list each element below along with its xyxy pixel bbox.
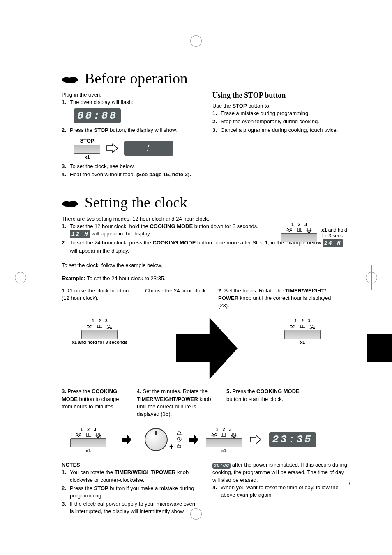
page-number: 7 [348, 480, 351, 486]
cooking-mode-button-graphic: 123 x1 [284, 318, 321, 345]
timer-knob-graphic: – + [139, 428, 182, 451]
combi-icon [231, 433, 237, 438]
step-text: 2. Set the hours. Rotate the TIMER/WEIGH… [218, 287, 333, 310]
step-text: Choose the 24 hour clock. [145, 287, 211, 295]
body-text: Example: To set the 24 hour clock to 23:… [62, 275, 351, 282]
section-heading: Setting the clock [62, 194, 351, 211]
arrow-right-icon [106, 143, 118, 153]
note-item: Press the STOP button if you make a mist… [62, 485, 200, 500]
weight-icon [176, 431, 182, 435]
subsection-heading: Using the STOP button [212, 91, 351, 100]
cooking-mode-button-graphic: 123 [281, 222, 317, 242]
arrow-right-icon [189, 435, 198, 444]
note-item: You can rotate the TIMER/WEIGHT/POWER kn… [62, 469, 200, 484]
step-item: The oven display will flash: [62, 99, 200, 106]
note-item-cont: 88:88 after the power is reinstated. If … [212, 461, 351, 484]
note-item: When you want to reset the time of day, … [212, 484, 351, 499]
pointing-hand-icon [62, 196, 80, 209]
step-item: Press the STOP button, the display will … [62, 127, 200, 134]
arrow-right-icon [122, 435, 131, 444]
grill-icon [300, 324, 305, 329]
cooking-mode-button-graphic: 123 x1 and hold for 3 seconds [72, 318, 128, 345]
body-text: To set the clock, follow the example bel… [62, 262, 351, 269]
arrow-right-icon [145, 374, 268, 380]
note-item: If the electrical power supply to your m… [62, 500, 200, 515]
microwave-icon [211, 433, 217, 438]
step-item: To set the clock, see below. [62, 163, 200, 170]
stop-button-graphic: STOP x1 [74, 138, 100, 159]
list-item: Erase a mistake during programming. [212, 110, 351, 117]
arrow-right-icon [337, 374, 392, 380]
lcd-display-result: 23:35 [269, 432, 316, 447]
pointing-hand-icon [62, 72, 80, 85]
lock-icon [176, 443, 182, 448]
grill-icon [296, 228, 302, 233]
combi-icon [106, 324, 112, 329]
lcd-display: 88:88 [74, 108, 121, 123]
microwave-icon [290, 324, 295, 329]
step-text: 1. Choose the clock function. (12 hour c… [62, 287, 138, 302]
microwave-icon [286, 228, 292, 233]
body-text: Use the STOP button to: [212, 102, 351, 110]
microwave-icon [76, 433, 81, 438]
lcd-display: 12 H [70, 230, 90, 238]
combi-icon [309, 324, 315, 329]
step-text: 4. Set the minutes. Rotate the TIMER/WEI… [137, 388, 219, 418]
microwave-icon [87, 324, 92, 329]
list-item: Stop the oven temporarily during cooking… [212, 118, 351, 125]
lcd-display-blank: : [124, 141, 173, 156]
arrow-right-icon [249, 435, 262, 444]
notes-heading: NOTES: [62, 461, 200, 469]
cooking-mode-button-graphic: 123 x1 [70, 427, 106, 453]
step-text: 3. Press the COOKING MODE button to chan… [62, 388, 129, 410]
grill-icon [85, 433, 91, 438]
list-item: Cancel a programme during cooking, touch… [212, 127, 351, 134]
grill-icon [221, 433, 227, 438]
intro-text: Plug in the oven. [62, 91, 200, 99]
step-text: 5. Press the COOKING MODE button to star… [226, 388, 300, 403]
combi-icon [306, 228, 312, 233]
lcd-display: 88:88 [212, 463, 231, 469]
clock-icon [176, 437, 182, 442]
svg-rect-3 [178, 445, 181, 448]
section-heading: Before operation [62, 70, 351, 87]
cooking-mode-button-graphic: 123 x1 [206, 427, 242, 453]
combi-icon [95, 433, 101, 438]
grill-icon [97, 324, 102, 329]
step-item: Heat the oven without food. (See page 15… [62, 171, 200, 178]
